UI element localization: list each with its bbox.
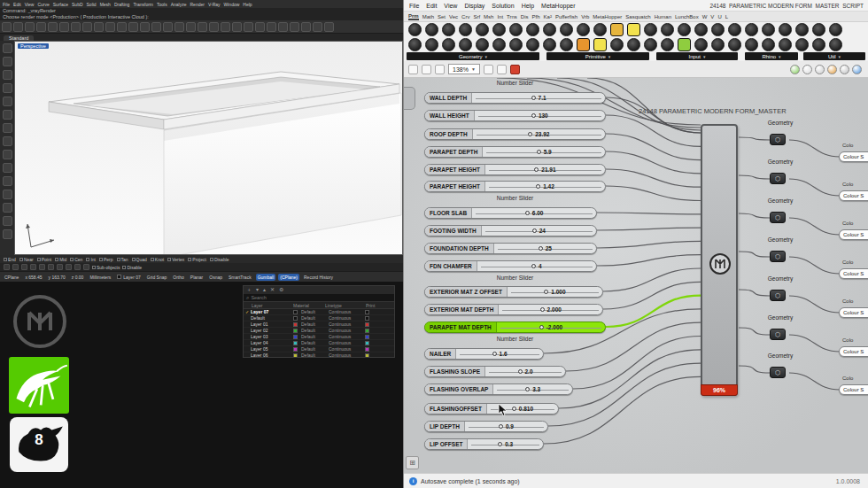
layer-color-chip[interactable] xyxy=(293,335,298,339)
toolbar-icon[interactable] xyxy=(82,22,92,32)
menu-item[interactable]: Analyze xyxy=(171,2,187,7)
layer-print-chip[interactable] xyxy=(365,347,369,352)
number-slider[interactable]: FOUNDATION DEPTH25 xyxy=(424,243,597,254)
sidebar-tool-icon[interactable] xyxy=(3,97,12,106)
category-util[interactable]: Util▾ xyxy=(803,52,865,60)
toolbar-icon[interactable] xyxy=(313,22,322,32)
slider-knob[interactable] xyxy=(544,290,548,294)
colour-swatch[interactable]: Colour S xyxy=(839,346,868,357)
sidebar-tool-icon[interactable] xyxy=(3,203,12,213)
layer-print-chip[interactable] xyxy=(365,322,369,327)
tab-vec[interactable]: Vec xyxy=(449,14,458,19)
component-icon[interactable] xyxy=(678,23,691,36)
toolbar-icon[interactable] xyxy=(117,22,127,32)
component-icon[interactable] xyxy=(526,38,539,51)
component-icon[interactable] xyxy=(678,38,691,51)
slider-track-area[interactable]: 1.000 xyxy=(508,287,602,297)
toolbar-icon[interactable] xyxy=(324,22,334,32)
display-mode-icon[interactable] xyxy=(802,65,812,74)
delete-layer-icon[interactable]: ✕ xyxy=(270,286,275,294)
toolbar-icon[interactable] xyxy=(94,22,104,32)
toolbar-icon[interactable] xyxy=(163,22,173,32)
layer-row[interactable]: Layer 02DefaultContinuous xyxy=(244,328,394,334)
menu-item[interactable]: File xyxy=(3,2,10,7)
slider-track-area[interactable]: 2.000 xyxy=(499,305,602,314)
number-slider[interactable]: PARAPET MAT DEPTH-2.000 xyxy=(424,321,606,333)
slider-knob[interactable] xyxy=(499,424,503,429)
menu-item[interactable]: Tools xyxy=(157,2,167,7)
component-icon[interactable] xyxy=(762,23,775,36)
filter-toggle[interactable]: Disable xyxy=(122,265,142,270)
slider-track-area[interactable]: 7.1 xyxy=(472,93,605,103)
menu-item[interactable]: Window xyxy=(224,2,240,7)
menu-item[interactable]: Edit xyxy=(13,2,21,7)
component-icon[interactable] xyxy=(459,23,472,36)
slider-track-area[interactable]: 5.9 xyxy=(483,147,605,157)
move-up-icon[interactable]: ▴ xyxy=(263,286,266,294)
menu-item[interactable]: Solid xyxy=(87,2,97,7)
component-icon[interactable] xyxy=(610,23,624,36)
toolbar-icon[interactable] xyxy=(36,22,46,32)
component-icon[interactable] xyxy=(543,23,556,36)
component-icon[interactable] xyxy=(476,23,489,36)
component-icon[interactable] xyxy=(408,23,422,36)
component-icon[interactable] xyxy=(560,23,573,36)
number-slider[interactable]: FLASHING OVERLAP3.3 xyxy=(424,383,573,395)
menu-item[interactable]: File xyxy=(409,3,419,9)
component-icon[interactable] xyxy=(829,38,842,51)
component-icon[interactable] xyxy=(442,23,455,36)
number-slider[interactable]: LIP DEPTH0.9 xyxy=(424,421,548,432)
number-slider[interactable]: FLOOR SLAB6.00 xyxy=(424,207,597,219)
component-icon[interactable] xyxy=(509,38,523,51)
tab-trns[interactable]: Trns xyxy=(507,14,517,19)
colour-swatch[interactable]: Colour S xyxy=(839,384,868,395)
filter-icon[interactable] xyxy=(74,264,81,270)
status-item[interactable]: CPlane xyxy=(3,274,20,281)
zoom-extents-icon[interactable] xyxy=(484,65,493,74)
sidebar-tool-icon[interactable] xyxy=(3,57,12,66)
display-mode-icon[interactable] xyxy=(840,65,849,74)
layer-color-chip[interactable] xyxy=(293,329,298,333)
slider-track-area[interactable]: 2.0 xyxy=(485,367,565,376)
toolbar-icon[interactable] xyxy=(244,22,253,32)
dropdown-icon[interactable]: ▾ xyxy=(256,286,259,294)
component-icon[interactable] xyxy=(779,23,792,36)
component-icon[interactable] xyxy=(560,38,573,51)
menu-item[interactable]: Edit xyxy=(426,3,437,9)
menu-item[interactable]: Render xyxy=(190,2,205,7)
number-slider[interactable]: EXTERIOR MAT DEPTH2.000 xyxy=(424,304,603,315)
slider-track-area[interactable]: 3.3 xyxy=(493,384,572,394)
command-line[interactable]: Command: _vrayRender Choose render mode … xyxy=(0,8,403,20)
status-item[interactable]: Millimeters xyxy=(88,274,112,281)
slider-track-area[interactable]: 25 xyxy=(494,244,596,253)
layer-color-chip[interactable] xyxy=(293,353,298,358)
menu-item[interactable]: Drafting xyxy=(114,2,130,7)
slider-knob[interactable] xyxy=(528,132,532,136)
status-item[interactable]: SmartTrack xyxy=(227,274,253,281)
filter-icon[interactable] xyxy=(39,264,45,270)
component-icon[interactable] xyxy=(711,38,725,51)
tab-crv[interactable]: Crv xyxy=(461,14,469,19)
new-document-icon[interactable] xyxy=(408,65,418,74)
component-icon[interactable] xyxy=(492,38,506,51)
geometry-param-icon[interactable]: ⬡ xyxy=(770,134,786,145)
slider-knob[interactable] xyxy=(531,113,536,118)
layer-color-chip[interactable] xyxy=(293,316,298,321)
menu-item[interactable]: Curve xyxy=(37,2,49,7)
toolbar-icon[interactable] xyxy=(267,22,276,32)
sidebar-tool-icon[interactable] xyxy=(3,176,12,186)
display-mode-icon[interactable] xyxy=(852,65,862,74)
tab-pfh[interactable]: Pfh xyxy=(532,14,540,19)
slider-track-area[interactable]: 4 xyxy=(477,261,596,271)
slider-knob[interactable] xyxy=(498,442,502,446)
menu-item[interactable]: Surface xyxy=(53,2,68,7)
sidebar-tool-icon[interactable] xyxy=(3,163,12,173)
filter-icon[interactable] xyxy=(48,264,54,270)
layer-row[interactable]: Layer 01DefaultContinuous xyxy=(244,321,394,328)
preview-eye-icon[interactable] xyxy=(497,65,507,74)
geometry-param-icon[interactable]: ⬡ xyxy=(770,290,786,301)
component-icon[interactable] xyxy=(577,38,590,51)
menu-item[interactable]: Transform xyxy=(133,2,153,7)
open-document-icon[interactable] xyxy=(422,65,431,74)
osnap-toggle[interactable]: Vertex xyxy=(167,257,184,262)
